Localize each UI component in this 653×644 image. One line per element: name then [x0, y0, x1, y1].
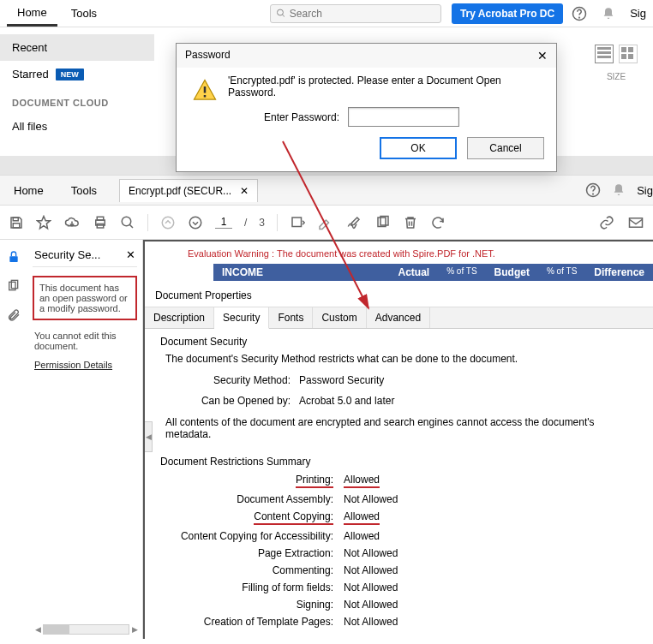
svg-point-7: [593, 194, 594, 194]
tab-fonts[interactable]: Fonts: [269, 307, 313, 328]
doc-tab-home[interactable]: Home: [0, 177, 57, 204]
restriction-row: Content Copying:Allowed: [145, 508, 653, 528]
password-dialog-title: Password: [185, 49, 231, 63]
horizontal-scrollbar[interactable]: ◀▶: [33, 623, 140, 635]
password-input[interactable]: [348, 107, 459, 127]
restrictions-header: Document Restrictions Summary: [145, 445, 653, 471]
open-value: Acrobat 5.0 and later: [299, 395, 394, 407]
sign-in-link[interactable]: Sig: [630, 7, 646, 20]
col-pct2: % of TS: [547, 266, 577, 278]
restriction-row: Filling of form fields:Not Allowed: [145, 579, 653, 596]
svg-line-14: [129, 224, 133, 228]
tab-custom[interactable]: Custom: [313, 307, 366, 328]
attachment-icon[interactable]: [7, 308, 21, 322]
size-label: SIZE: [607, 72, 626, 81]
close-panel-icon[interactable]: ✕: [126, 248, 135, 261]
delete-icon[interactable]: [403, 215, 418, 230]
search-input[interactable]: [290, 8, 435, 20]
restriction-row: Document Assembly:Not Allowed: [145, 491, 653, 508]
method-value: Password Security: [299, 374, 384, 386]
col-actual: Actual: [398, 266, 430, 278]
col-income: INCOME: [222, 266, 381, 278]
col-pct1: % of TS: [446, 266, 476, 278]
restriction-row: Printing:Allowed: [145, 471, 653, 491]
pages-icon[interactable]: [7, 279, 21, 293]
search-box[interactable]: [270, 4, 441, 23]
bell-icon[interactable]: [599, 4, 618, 23]
svg-rect-8: [13, 218, 18, 221]
tab-security[interactable]: Security: [214, 307, 269, 329]
doc-tab-tools[interactable]: Tools: [57, 177, 111, 204]
doc-security-header: Document Security: [145, 329, 653, 348]
permission-details-link[interactable]: Permission Details: [33, 360, 137, 370]
security-panel-title: Security Se...: [34, 248, 100, 261]
password-message: 'Encrypted.pdf' is protected. Please ent…: [228, 75, 544, 98]
svg-rect-11: [97, 217, 104, 220]
stamp-icon[interactable]: [375, 215, 391, 230]
col-diff: Difference: [594, 266, 644, 278]
svg-line-1: [282, 15, 284, 16]
svg-point-15: [162, 217, 174, 229]
save-icon[interactable]: [9, 215, 24, 230]
new-badge: NEW: [56, 69, 84, 80]
tab-advanced[interactable]: Advanced: [367, 307, 430, 328]
props-tabs: Description Security Fonts Custom Advanc…: [145, 307, 653, 329]
ok-button[interactable]: OK: [380, 137, 457, 159]
print-icon[interactable]: [93, 215, 108, 230]
table-header: INCOME Actual % of TS Budget % of TS Dif…: [213, 264, 653, 281]
security-note-box: This document has an open password or a …: [33, 276, 137, 320]
cloud-icon[interactable]: [63, 215, 81, 230]
page-total: 3: [259, 217, 265, 229]
lock-icon[interactable]: [7, 250, 21, 264]
search-icon: [276, 8, 286, 19]
page-down-icon[interactable]: [188, 215, 203, 230]
svg-point-0: [277, 9, 283, 15]
svg-rect-21: [9, 256, 17, 262]
close-icon[interactable]: ✕: [537, 49, 548, 63]
bell-icon-2[interactable]: [609, 181, 628, 200]
page-up-icon[interactable]: [160, 215, 176, 230]
page-number-input[interactable]: [215, 216, 232, 229]
toolbar: / 3: [0, 206, 653, 240]
restriction-row: Commenting:Not Allowed: [145, 562, 653, 579]
tab-home[interactable]: Home: [7, 1, 57, 27]
collapse-handle[interactable]: ◀: [144, 421, 153, 452]
nav-recent[interactable]: Recent: [0, 34, 154, 61]
tab-description[interactable]: Description: [145, 307, 214, 328]
warning-icon: [192, 78, 218, 104]
rotate-icon[interactable]: [430, 215, 446, 230]
sign-in-link-2[interactable]: Sig: [637, 184, 653, 197]
eval-warning: Evaluation Warning : The document was cr…: [145, 242, 653, 264]
tab-tools[interactable]: Tools: [61, 2, 107, 25]
try-acrobat-button[interactable]: Try Acrobat Pro DC: [452, 3, 563, 24]
nav-cloud-header: DOCUMENT CLOUD: [0, 87, 154, 113]
nav-all-files[interactable]: All files: [0, 113, 154, 140]
doc-tab-bar: Home Tools Encrypt.pdf (SECUR... ✕ Sig: [0, 175, 653, 206]
doc-tab-file[interactable]: Encrypt.pdf (SECUR... ✕: [119, 179, 258, 202]
svg-rect-5: [204, 95, 207, 98]
link-icon[interactable]: [598, 215, 615, 230]
svg-point-16: [189, 217, 201, 229]
star-icon[interactable]: [36, 215, 51, 230]
method-key: Security Method:: [188, 374, 291, 386]
close-tab-icon[interactable]: ✕: [240, 185, 249, 197]
sign-tool-icon[interactable]: [344, 215, 363, 230]
restrictions-list: Printing:AllowedDocument Assembly:Not Al…: [145, 471, 653, 630]
list-view-icon[interactable]: [595, 45, 614, 63]
mail-icon[interactable]: [627, 215, 644, 230]
restriction-row: Signing:Not Allowed: [145, 596, 653, 613]
grid-view-icon[interactable]: [619, 45, 638, 63]
svg-rect-9: [13, 223, 20, 227]
help-icon[interactable]: [570, 4, 589, 23]
side-rail: [0, 240, 27, 639]
help-icon-2[interactable]: [584, 181, 602, 200]
zoom-icon[interactable]: [120, 215, 135, 230]
select-icon[interactable]: [290, 215, 305, 230]
svg-rect-17: [292, 218, 302, 227]
main-pane: ◀ Evaluation Warning : The document was …: [143, 240, 653, 639]
cancel-button[interactable]: Cancel: [467, 137, 544, 159]
highlight-icon[interactable]: [317, 215, 332, 230]
svg-rect-4: [204, 86, 207, 93]
security-intro: The document's Security Method restricts…: [145, 348, 653, 370]
nav-starred[interactable]: Starred NEW: [0, 61, 154, 87]
